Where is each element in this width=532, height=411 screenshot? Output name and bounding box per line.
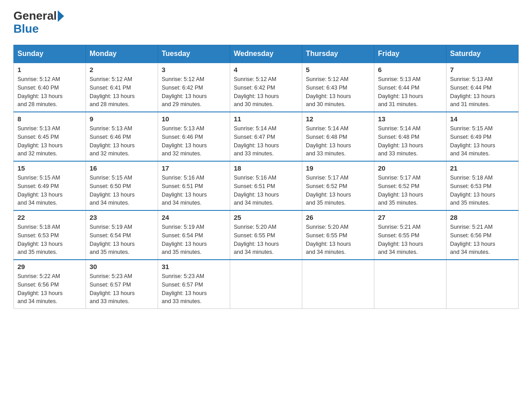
calendar-cell: 2 Sunrise: 5:12 AMSunset: 6:41 PMDayligh…: [86, 63, 158, 112]
day-info: Sunrise: 5:12 AMSunset: 6:42 PMDaylight:…: [162, 76, 207, 107]
col-header-tuesday: Tuesday: [158, 45, 230, 63]
calendar-week-row: 8 Sunrise: 5:13 AMSunset: 6:45 PMDayligh…: [14, 112, 519, 161]
logo-row1: General: [13, 9, 65, 23]
calendar-cell: 24 Sunrise: 5:19 AMSunset: 6:54 PMDaylig…: [158, 210, 230, 260]
calendar-cell: 26 Sunrise: 5:20 AMSunset: 6:55 PMDaylig…: [302, 210, 374, 260]
day-info: Sunrise: 5:12 AMSunset: 6:42 PMDaylight:…: [234, 76, 279, 107]
calendar-cell: [302, 260, 374, 309]
col-header-sunday: Sunday: [14, 45, 86, 63]
day-number: 23: [90, 214, 154, 221]
logo-arrow-icon: [58, 10, 64, 22]
day-number: 16: [90, 164, 154, 172]
day-number: 10: [162, 115, 226, 123]
day-number: 14: [450, 115, 515, 123]
calendar-cell: 7 Sunrise: 5:13 AMSunset: 6:44 PMDayligh…: [446, 63, 519, 112]
calendar-cell: 18 Sunrise: 5:16 AMSunset: 6:51 PMDaylig…: [230, 161, 302, 210]
calendar-cell: [374, 260, 446, 309]
day-number: 6: [378, 66, 442, 73]
calendar-week-row: 15 Sunrise: 5:15 AMSunset: 6:49 PMDaylig…: [14, 161, 519, 210]
day-info: Sunrise: 5:21 AMSunset: 6:55 PMDaylight:…: [378, 224, 423, 255]
col-header-thursday: Thursday: [302, 45, 374, 63]
day-number: 18: [234, 164, 298, 172]
calendar-cell: 6 Sunrise: 5:13 AMSunset: 6:44 PMDayligh…: [374, 63, 446, 112]
day-info: Sunrise: 5:23 AMSunset: 6:57 PMDaylight:…: [162, 273, 207, 304]
calendar-cell: 22 Sunrise: 5:18 AMSunset: 6:53 PMDaylig…: [14, 210, 86, 260]
logo-row2: Blue: [13, 22, 39, 36]
day-info: Sunrise: 5:12 AMSunset: 6:43 PMDaylight:…: [306, 76, 351, 107]
day-number: 12: [306, 115, 370, 123]
day-number: 9: [90, 115, 154, 123]
day-info: Sunrise: 5:22 AMSunset: 6:56 PMDaylight:…: [17, 273, 63, 304]
day-info: Sunrise: 5:15 AMSunset: 6:49 PMDaylight:…: [17, 175, 63, 206]
calendar-cell: 8 Sunrise: 5:13 AMSunset: 6:45 PMDayligh…: [14, 112, 86, 161]
day-number: 7: [450, 66, 515, 73]
day-info: Sunrise: 5:16 AMSunset: 6:51 PMDaylight:…: [162, 175, 207, 206]
calendar-cell: 29 Sunrise: 5:22 AMSunset: 6:56 PMDaylig…: [14, 260, 86, 309]
day-number: 22: [17, 214, 82, 221]
calendar-week-row: 29 Sunrise: 5:22 AMSunset: 6:56 PMDaylig…: [14, 260, 519, 309]
calendar-cell: [230, 260, 302, 309]
day-number: 26: [306, 214, 370, 221]
day-info: Sunrise: 5:12 AMSunset: 6:40 PMDaylight:…: [17, 76, 63, 107]
calendar-week-row: 1 Sunrise: 5:12 AMSunset: 6:40 PMDayligh…: [14, 63, 519, 112]
day-info: Sunrise: 5:20 AMSunset: 6:55 PMDaylight:…: [234, 224, 279, 255]
day-number: 31: [162, 263, 226, 270]
calendar-cell: 13 Sunrise: 5:14 AMSunset: 6:48 PMDaylig…: [374, 112, 446, 161]
day-number: 25: [234, 214, 298, 221]
day-number: 28: [450, 214, 515, 221]
day-info: Sunrise: 5:12 AMSunset: 6:41 PMDaylight:…: [90, 76, 135, 107]
day-number: 24: [162, 214, 226, 221]
calendar-cell: 20 Sunrise: 5:17 AMSunset: 6:52 PMDaylig…: [374, 161, 446, 210]
day-number: 15: [17, 164, 82, 172]
day-number: 21: [450, 164, 515, 172]
day-info: Sunrise: 5:18 AMSunset: 6:53 PMDaylight:…: [450, 175, 495, 206]
logo: General Blue: [13, 9, 65, 36]
day-info: Sunrise: 5:19 AMSunset: 6:54 PMDaylight:…: [162, 224, 207, 255]
day-number: 1: [17, 66, 82, 73]
calendar-cell: 17 Sunrise: 5:16 AMSunset: 6:51 PMDaylig…: [158, 161, 230, 210]
col-header-wednesday: Wednesday: [230, 45, 302, 63]
calendar-cell: 27 Sunrise: 5:21 AMSunset: 6:55 PMDaylig…: [374, 210, 446, 260]
logo-blue-text: Blue: [13, 22, 39, 36]
logo-general-text: General: [13, 9, 57, 23]
day-info: Sunrise: 5:13 AMSunset: 6:45 PMDaylight:…: [17, 125, 63, 157]
day-number: 17: [162, 164, 226, 172]
day-number: 4: [234, 66, 298, 73]
day-info: Sunrise: 5:13 AMSunset: 6:46 PMDaylight:…: [90, 125, 135, 157]
day-info: Sunrise: 5:14 AMSunset: 6:48 PMDaylight:…: [306, 125, 351, 157]
day-number: 5: [306, 66, 370, 73]
calendar-cell: 21 Sunrise: 5:18 AMSunset: 6:53 PMDaylig…: [446, 161, 519, 210]
calendar-header-row: SundayMondayTuesdayWednesdayThursdayFrid…: [14, 45, 519, 63]
day-info: Sunrise: 5:13 AMSunset: 6:44 PMDaylight:…: [450, 76, 495, 107]
calendar-cell: 9 Sunrise: 5:13 AMSunset: 6:46 PMDayligh…: [86, 112, 158, 161]
calendar-cell: 10 Sunrise: 5:13 AMSunset: 6:46 PMDaylig…: [158, 112, 230, 161]
day-info: Sunrise: 5:23 AMSunset: 6:57 PMDaylight:…: [90, 273, 135, 304]
calendar-cell: 25 Sunrise: 5:20 AMSunset: 6:55 PMDaylig…: [230, 210, 302, 260]
day-number: 30: [90, 263, 154, 270]
day-info: Sunrise: 5:19 AMSunset: 6:54 PMDaylight:…: [90, 224, 135, 255]
col-header-monday: Monday: [86, 45, 158, 63]
day-info: Sunrise: 5:14 AMSunset: 6:47 PMDaylight:…: [234, 125, 279, 157]
day-info: Sunrise: 5:17 AMSunset: 6:52 PMDaylight:…: [378, 175, 423, 206]
day-info: Sunrise: 5:18 AMSunset: 6:53 PMDaylight:…: [17, 224, 63, 255]
calendar-cell: 31 Sunrise: 5:23 AMSunset: 6:57 PMDaylig…: [158, 260, 230, 309]
day-info: Sunrise: 5:14 AMSunset: 6:48 PMDaylight:…: [378, 125, 423, 157]
day-info: Sunrise: 5:16 AMSunset: 6:51 PMDaylight:…: [234, 175, 279, 206]
calendar-cell: 19 Sunrise: 5:17 AMSunset: 6:52 PMDaylig…: [302, 161, 374, 210]
day-number: 20: [378, 164, 442, 172]
page-header: General Blue: [13, 9, 519, 36]
day-info: Sunrise: 5:21 AMSunset: 6:56 PMDaylight:…: [450, 224, 495, 255]
day-number: 8: [17, 115, 82, 123]
day-info: Sunrise: 5:20 AMSunset: 6:55 PMDaylight:…: [306, 224, 351, 255]
day-number: 13: [378, 115, 442, 123]
col-header-saturday: Saturday: [446, 45, 519, 63]
day-info: Sunrise: 5:13 AMSunset: 6:46 PMDaylight:…: [162, 125, 207, 157]
calendar-cell: 1 Sunrise: 5:12 AMSunset: 6:40 PMDayligh…: [14, 63, 86, 112]
calendar-cell: 3 Sunrise: 5:12 AMSunset: 6:42 PMDayligh…: [158, 63, 230, 112]
day-number: 2: [90, 66, 154, 73]
day-info: Sunrise: 5:13 AMSunset: 6:44 PMDaylight:…: [378, 76, 423, 107]
col-header-friday: Friday: [374, 45, 446, 63]
day-number: 3: [162, 66, 226, 73]
calendar-cell: 5 Sunrise: 5:12 AMSunset: 6:43 PMDayligh…: [302, 63, 374, 112]
day-number: 19: [306, 164, 370, 172]
